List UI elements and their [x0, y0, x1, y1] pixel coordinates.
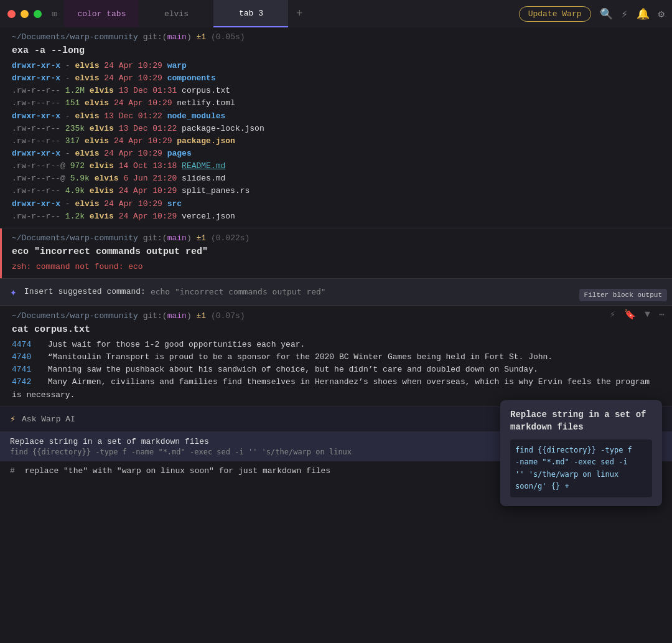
list-item: 4740 “Manitoulin Transport is proud to b… — [12, 351, 662, 364]
ai-bar-label: Ask Warp AI — [22, 415, 75, 424]
lightning-icon[interactable]: ⚡ — [622, 7, 628, 21]
list-item: .rw-r--r-- 1.2M elvis 13 Dec 01:31 corpu… — [12, 85, 662, 97]
command-exa: exa -a --long — [2, 44, 672, 60]
command-eco: eco "incorrect commands output red" — [2, 245, 672, 261]
prompt-1: ~/Documents/warp-community git:(main) ±1… — [2, 27, 672, 44]
tab-elvis[interactable]: elvis — [139, 0, 213, 27]
lightning-action-icon[interactable]: ⚡ — [607, 307, 618, 322]
split-pane-icon[interactable]: ⊞ — [52, 9, 57, 19]
tab-bar: color tabs elvis tab 3 + — [64, 0, 518, 27]
block-header: ~/Documents/warp-community git:(main) ±1… — [2, 306, 672, 323]
list-item: 4474 Just wait for those 1-2 good opport… — [12, 339, 662, 351]
block-exa: ~/Documents/warp-community git:(main) ±1… — [0, 27, 672, 228]
list-item: drwxr-xr-x - elvis 24 Apr 10:29 warp — [12, 60, 662, 72]
maximize-button[interactable] — [34, 10, 42, 18]
list-item: 4741 Manning saw the pushback about his … — [12, 364, 662, 376]
list-item: .rw-r--r-- 1.2k elvis 24 Apr 10:29 verce… — [12, 210, 662, 223]
close-button[interactable] — [7, 10, 16, 18]
titlebar-actions: Update Warp 🔍 ⚡ 🔔 ⚙ — [519, 6, 665, 22]
input-text: replace "the" with "warp on linux soon" … — [25, 466, 330, 476]
ai-star-icon: ✦ — [10, 285, 17, 299]
list-item: drwxr-xr-x - elvis 13 Dec 01:22 node_mod… — [12, 110, 662, 123]
list-item: .rw-r--r-- 317 elvis 24 Apr 10:29 packag… — [12, 135, 662, 148]
suggestion-command: echo "incorrect commands output red" — [151, 287, 326, 296]
prompt-branch-1: main — [167, 32, 187, 42]
tab-tab3[interactable]: tab 3 — [213, 0, 288, 27]
permissions: drwxr-xr-x — [12, 61, 60, 70]
list-item: .rw-r--r-- 151 elvis 24 Apr 10:29 netlif… — [12, 97, 662, 110]
prompt-plusminus-1: ±1 — [197, 32, 207, 42]
output-exa: drwxr-xr-x - elvis 24 Apr 10:29 warp drw… — [2, 60, 672, 228]
list-item: .rw-r--r-- 235k elvis 13 Dec 01:22 packa… — [12, 123, 662, 135]
list-item: .rw-r--r--@ 5.9k elvis 6 Jun 21:20 slide… — [12, 172, 662, 185]
prompt-time-1: (0.05s) — [211, 32, 245, 42]
block-actions: Filter block output ⚡ 🔖 ▼ ⋯ — [607, 307, 667, 322]
notification-icon[interactable]: 🔔 — [637, 7, 650, 21]
suggestion-bar[interactable]: ✦ Insert suggested command: echo "incorr… — [0, 278, 672, 306]
list-item: drwxr-xr-x - elvis 24 Apr 10:29 pages — [12, 148, 662, 160]
terminal: ~/Documents/warp-community git:(main) ±1… — [0, 27, 672, 643]
tab-color-tabs[interactable]: color tabs — [64, 0, 139, 27]
filter-tooltip: Filter block output — [579, 289, 667, 301]
list-item: .rw-r--r--@ 972 elvis 14 Oct 13:18 READM… — [12, 160, 662, 172]
popup-title: Replace string in a set of markdown file… — [510, 409, 652, 433]
add-tab-button[interactable]: + — [288, 0, 310, 27]
prompt-3: ~/Documents/warp-community git:(main) ±1… — [2, 306, 607, 323]
command-cat: cat corpus.txt — [2, 323, 672, 339]
tab-tab3-label: tab 3 — [239, 9, 263, 18]
prompt-git-1: git:( — [143, 32, 167, 42]
filter-icon[interactable]: ▼ — [642, 308, 653, 321]
output-eco: zsh: command not found: eco — [2, 261, 672, 278]
tab-elvis-label: elvis — [164, 9, 189, 19]
prompt-path-1: ~/Documents/warp-community — [12, 32, 138, 42]
input-prefix: # — [10, 466, 15, 476]
ai-lightning-icon: ⚡ — [10, 413, 16, 425]
popup-cmd: find {{directory}} -type f-name "*.md" -… — [510, 439, 652, 497]
list-item: drwxr-xr-x - elvis 24 Apr 10:29 src — [12, 198, 662, 210]
list-item: 4742 Many Airmen, civilians and families… — [12, 376, 662, 401]
error-text: zsh: command not found: eco — [12, 262, 143, 271]
search-icon[interactable]: 🔍 — [600, 7, 613, 21]
minimize-button[interactable] — [21, 10, 29, 18]
more-options-icon[interactable]: ⋯ — [656, 307, 667, 322]
block-cat: ~/Documents/warp-community git:(main) ±1… — [0, 306, 672, 406]
update-warp-button[interactable]: Update Warp — [519, 6, 591, 22]
suggestion-label: Insert suggested command: — [24, 287, 146, 296]
titlebar: ⊞ color tabs elvis tab 3 + Update Warp 🔍… — [0, 0, 672, 27]
list-item: .rw-r--r-- 4.9k elvis 24 Apr 10:29 split… — [12, 185, 662, 197]
replace-popup: Replace string in a set of markdown file… — [500, 400, 662, 506]
list-item: drwxr-xr-x - elvis 24 Apr 10:29 componen… — [12, 72, 662, 85]
block-eco: ~/Documents/warp-community git:(main) ±1… — [0, 228, 672, 278]
bookmark-icon[interactable]: 🔖 — [622, 307, 638, 322]
settings-icon[interactable]: ⚙ — [658, 7, 665, 21]
tab-color-tabs-label: color tabs — [77, 9, 126, 19]
prompt-2: ~/Documents/warp-community git:(main) ±1… — [2, 228, 672, 245]
traffic-lights — [7, 10, 42, 18]
output-cat: 4474 Just wait for those 1-2 good opport… — [2, 339, 672, 406]
